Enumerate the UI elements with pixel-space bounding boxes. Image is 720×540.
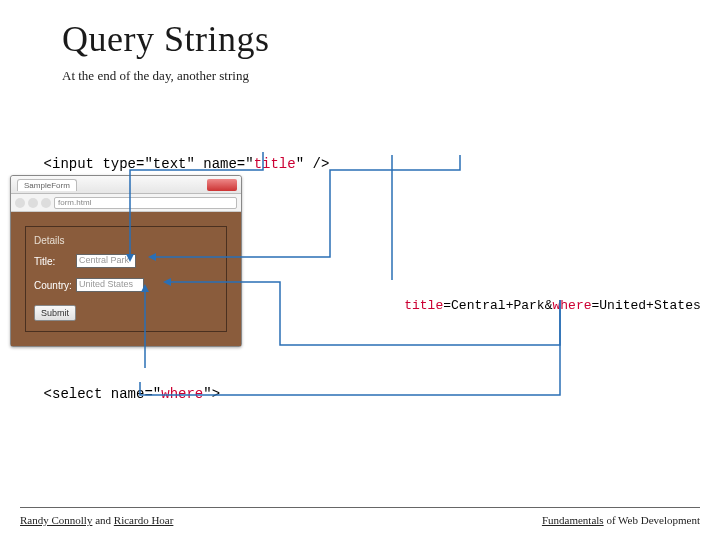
browser-toolbar: form.html (11, 194, 241, 212)
slide-subtitle: At the end of the day, another string (62, 68, 249, 84)
country-row: Country: United States (34, 278, 218, 292)
url-field: form.html (54, 197, 237, 209)
forward-icon (28, 198, 38, 208)
qs-key: title (404, 298, 443, 313)
back-icon (15, 198, 25, 208)
country-label: Country: (34, 280, 72, 291)
browser-mock: SampleForm form.html Details Title: Cent… (10, 175, 242, 347)
code-text: <input type="text" name=" (44, 156, 254, 172)
slide-title: Query Strings (62, 18, 270, 60)
code-select-line: <select name="where"> (10, 370, 220, 418)
book-title-part: Fundamentals (542, 514, 604, 526)
footer-and: and (92, 514, 113, 526)
submit-button: Submit (34, 305, 76, 321)
footer-left: Randy Connolly and Ricardo Hoar (20, 514, 173, 526)
title-input: Central Park (76, 254, 136, 268)
form-fieldset: Details Title: Central Park Country: Uni… (25, 226, 227, 332)
code-name-title: title (254, 156, 296, 172)
qs-eq: = (443, 298, 451, 313)
qs-key: where (552, 298, 591, 313)
fieldset-legend: Details (34, 235, 218, 246)
title-label: Title: (34, 256, 72, 267)
query-string: title=Central+Park&where=United+States (373, 283, 701, 328)
qs-val: Central+Park (451, 298, 545, 313)
code-text: "> (203, 386, 220, 402)
footer-right: Fundamentals of Web Development (542, 514, 700, 526)
code-text: <select name=" (44, 386, 162, 402)
country-select: United States (76, 278, 144, 292)
browser-tab: SampleForm (17, 179, 77, 191)
code-name-where: where (161, 386, 203, 402)
reload-icon (41, 198, 51, 208)
author-1: Randy Connolly (20, 514, 92, 526)
title-row: Title: Central Park (34, 254, 218, 268)
qs-val: United+States (599, 298, 700, 313)
author-2: Ricardo Hoar (114, 514, 174, 526)
browser-body: Details Title: Central Park Country: Uni… (11, 212, 241, 346)
browser-titlebar: SampleForm (11, 176, 241, 194)
book-title-rest: of Web Development (604, 514, 700, 526)
code-text: " /> (296, 156, 330, 172)
footer: Randy Connolly and Ricardo Hoar Fundamen… (20, 507, 700, 526)
